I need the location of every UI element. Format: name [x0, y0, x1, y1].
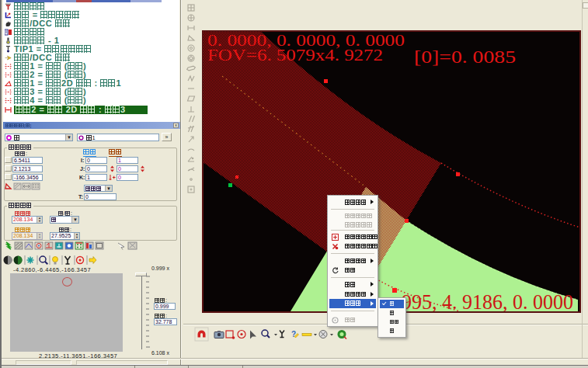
- svg-text:FOV=6. 5079x4. 9272: FOV=6. 5079x4. 9272: [207, 45, 383, 64]
- svg-text:995, 4. 9186, 0. 0000: 995, 4. 9186, 0. 0000: [402, 290, 573, 311]
- svg-text:[0]=0. 0085: [0]=0. 0085: [414, 47, 516, 67]
- svg-text:?: ?: [291, 330, 296, 338]
